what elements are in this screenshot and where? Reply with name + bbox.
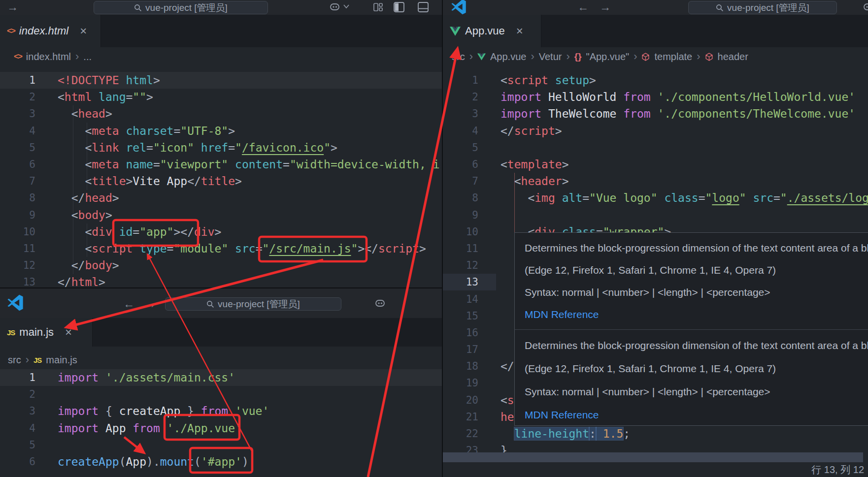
code-text: </script> xyxy=(478,125,562,137)
search-icon xyxy=(206,300,214,308)
horizontal-scrollbar[interactable] xyxy=(443,452,863,462)
breadcrumb-extension[interactable]: Vetur xyxy=(539,51,562,63)
code-line: 1import './assets/main.css' xyxy=(0,369,442,386)
breadcrumb-folder[interactable]: src xyxy=(8,354,21,366)
search-label: vue-project [管理员] xyxy=(145,1,228,14)
tooltip-browser-compat: (Edge 12, Firefox 1, Safari 1, Chrome 1,… xyxy=(525,357,868,380)
line-number: 17 xyxy=(443,344,478,355)
code-line: 22 line-height: 1.5; xyxy=(443,425,868,442)
code-text: <header> xyxy=(478,175,569,188)
tab-label: index.html xyxy=(19,25,68,37)
code-text: import TheWelcome from './components/The… xyxy=(478,107,855,120)
window-main-js: ← → vue-project [管理员] JS main.js × src ›… xyxy=(0,288,442,477)
line-number: 2 xyxy=(0,388,35,400)
line-number: 5 xyxy=(0,142,35,154)
copilot-icon[interactable] xyxy=(374,298,386,309)
tooltip-description: Determines the block-progression dimensi… xyxy=(525,237,868,259)
symbol-cube-icon xyxy=(641,53,650,61)
line-number: 8 xyxy=(443,192,478,204)
forward-arrow-icon[interactable]: → xyxy=(144,298,156,310)
customize-layout-icon[interactable] xyxy=(373,2,383,12)
close-icon[interactable]: × xyxy=(80,24,87,38)
code-text: </body> xyxy=(35,259,119,272)
line-number: 15 xyxy=(443,310,478,322)
copilot-icon[interactable] xyxy=(329,2,340,12)
line-number: 9 xyxy=(443,209,478,221)
breadcrumb[interactable]: src › JS main.js xyxy=(8,353,77,366)
mdn-reference-link[interactable]: MDN Reference xyxy=(525,403,868,426)
command-center-search[interactable]: vue-project [管理员] xyxy=(688,1,837,14)
chevron-down-icon[interactable] xyxy=(343,4,349,9)
code-text: </head> xyxy=(35,191,119,204)
tab-strip: App.vue × xyxy=(443,15,868,47)
code-text: createApp(App).mount('#app') xyxy=(35,455,249,468)
code-editor-main-js[interactable]: 1import './assets/main.css'23import { cr… xyxy=(0,369,442,470)
line-number: 11 xyxy=(443,243,478,254)
line-number: 7 xyxy=(443,175,478,187)
code-text: <html lang=""> xyxy=(35,91,153,103)
line-number: 13 xyxy=(443,276,478,288)
breadcrumb[interactable]: <> index.html › ... xyxy=(14,50,92,63)
symbol-cube-icon xyxy=(705,53,713,61)
code-line: 6createApp(App).mount('#app') xyxy=(0,453,442,470)
line-number: 5 xyxy=(443,142,478,154)
cursor-position-status: 行 13, 列 12 xyxy=(811,463,864,477)
line-number: 19 xyxy=(443,377,478,389)
line-number: 18 xyxy=(443,360,478,372)
tab-strip: <> index.html × xyxy=(0,15,442,47)
code-line: 7 <header> xyxy=(443,173,868,190)
tab-index-html[interactable]: <> index.html × xyxy=(0,15,101,47)
tooltip-browser-compat: (Edge 12, Firefox 1, Safari 1, Chrome 1,… xyxy=(525,259,868,281)
hover-tooltip: Determines the block-progression dimensi… xyxy=(514,232,868,426)
back-arrow-icon[interactable]: ← xyxy=(123,298,134,310)
close-icon[interactable]: × xyxy=(65,325,72,339)
close-icon[interactable]: × xyxy=(516,24,523,38)
breadcrumb-file[interactable]: index.html xyxy=(26,51,71,63)
forward-arrow-icon[interactable]: → xyxy=(7,1,18,13)
back-arrow-icon[interactable]: ← xyxy=(577,1,589,13)
line-number: 3 xyxy=(443,108,478,120)
code-text: <script setup> xyxy=(478,74,596,87)
breadcrumb-symbol-template[interactable]: template xyxy=(654,51,692,63)
breadcrumb[interactable]: src › App.vue › Vetur › {} "App.vue" › t… xyxy=(452,50,748,63)
json-braces-icon: {} xyxy=(574,51,582,62)
line-number: 4 xyxy=(0,125,35,137)
code-line: 1<script setup> xyxy=(443,72,868,89)
window-app-vue: ← → vue-project [管理员] App.vue × src › Ap… xyxy=(442,0,868,477)
code-text: import App from './App.vue' xyxy=(35,422,242,435)
forward-arrow-icon[interactable]: → xyxy=(600,1,611,13)
tab-main-js[interactable]: JS main.js × xyxy=(0,318,93,347)
code-text: <link rel="icon" href="/favicon.ico"> xyxy=(35,141,337,154)
breadcrumb-symbol-header[interactable]: header xyxy=(718,51,748,63)
chevron-right-icon: › xyxy=(531,50,534,63)
toggle-panel-icon[interactable] xyxy=(418,2,429,12)
breadcrumb-file[interactable]: main.js xyxy=(46,354,77,366)
code-line: 8 </head> xyxy=(0,190,442,206)
mdn-reference-link[interactable]: MDN Reference xyxy=(525,303,868,325)
code-line: 5 <link rel="icon" href="/favicon.ico"> xyxy=(0,139,442,156)
line-number: 22 xyxy=(443,428,478,440)
code-editor-index-html[interactable]: 1<!DOCTYPE html>2<html lang="">3 <head>4… xyxy=(0,72,442,288)
breadcrumb-module[interactable]: "App.vue" xyxy=(586,51,630,63)
line-number: 7 xyxy=(0,175,35,187)
breadcrumb-folder[interactable]: src xyxy=(452,51,465,63)
code-text: <title>Vite App</title> xyxy=(35,175,242,188)
code-text: <meta charset="UTF-8"> xyxy=(35,125,235,137)
command-center-search[interactable]: vue-project [管理员] xyxy=(94,1,268,14)
breadcrumb-more[interactable]: ... xyxy=(83,51,92,63)
code-text: import './assets/main.css' xyxy=(35,371,235,384)
chevron-right-icon: › xyxy=(566,50,569,63)
toggle-sidebar-icon[interactable] xyxy=(394,2,404,12)
copilot-icon[interactable] xyxy=(863,2,868,12)
html-file-icon: <> xyxy=(7,26,15,36)
breadcrumb-file[interactable]: App.vue xyxy=(490,51,526,63)
tab-app-vue[interactable]: App.vue × xyxy=(443,15,541,47)
html-file-icon: <> xyxy=(14,52,22,62)
tab-label: App.vue xyxy=(465,25,505,37)
code-line: 6<template> xyxy=(443,156,868,173)
code-text: <head> xyxy=(35,107,112,120)
command-center-search[interactable]: vue-project [管理员] xyxy=(165,297,341,311)
code-text: <body> xyxy=(35,209,112,222)
line-number: 12 xyxy=(443,259,478,271)
code-line: 5 xyxy=(443,139,868,156)
